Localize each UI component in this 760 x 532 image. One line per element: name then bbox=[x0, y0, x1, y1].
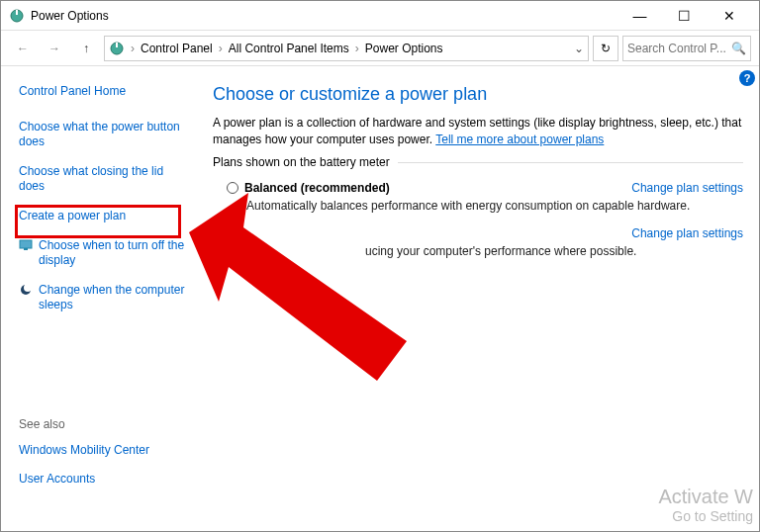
plan-description: ucing your computer's performance where … bbox=[365, 244, 743, 258]
breadcrumb-item[interactable]: All Control Panel Items bbox=[229, 42, 349, 55]
help-button[interactable]: ? bbox=[739, 70, 755, 86]
power-plan-second: Change plan settings ucing your computer… bbox=[227, 226, 743, 258]
page-description: A power plan is a collection of hardware… bbox=[213, 115, 743, 148]
content-area: ? Choose or customize a power plan A pow… bbox=[197, 66, 759, 531]
sidebar-item-label: Choose when to turn off the display bbox=[39, 238, 187, 269]
window-title: Power Options bbox=[31, 9, 618, 23]
refresh-button[interactable]: ↻ bbox=[593, 36, 618, 61]
radio-balanced[interactable] bbox=[227, 182, 238, 194]
svg-point-7 bbox=[24, 284, 32, 292]
page-heading: Choose or customize a power plan bbox=[213, 84, 743, 105]
plans-shown-label: Plans shown on the battery meter bbox=[213, 155, 398, 169]
sidebar-link-power-button[interactable]: Choose what the power button does bbox=[19, 120, 187, 150]
forward-button[interactable]: → bbox=[41, 35, 68, 62]
sidebar-link-create-plan[interactable]: Create a power plan bbox=[19, 209, 187, 224]
change-plan-settings-link[interactable]: Change plan settings bbox=[631, 181, 743, 195]
sidebar-link-computer-sleeps[interactable]: Change when the computer sleeps bbox=[19, 283, 187, 313]
plan-description: Automatically balances performance with … bbox=[246, 199, 743, 213]
sidebar: Control Panel Home Choose what the power… bbox=[1, 66, 197, 531]
control-panel-home-link[interactable]: Control Panel Home bbox=[19, 84, 187, 100]
svg-rect-5 bbox=[24, 248, 28, 250]
navbar: ← → ↑ › Control Panel › All Control Pane… bbox=[1, 31, 759, 66]
plan-name: Balanced (recommended) bbox=[244, 181, 390, 195]
seealso-mobility-center[interactable]: Windows Mobility Center bbox=[19, 443, 187, 459]
breadcrumb-item[interactable]: Control Panel bbox=[141, 42, 213, 55]
breadcrumb-item[interactable]: Power Options bbox=[365, 42, 443, 55]
activation-watermark: Activate W Go to Setting bbox=[658, 485, 753, 525]
search-icon: 🔍 bbox=[731, 42, 746, 55]
dropdown-icon[interactable]: ⌄ bbox=[574, 42, 584, 55]
back-button[interactable]: ← bbox=[9, 35, 37, 62]
titlebar: Power Options — ☐ ✕ bbox=[1, 1, 759, 31]
power-plan-balanced: Balanced (recommended) Change plan setti… bbox=[227, 181, 743, 213]
learn-more-link[interactable]: Tell me more about power plans bbox=[435, 133, 604, 146]
address-bar[interactable]: › Control Panel › All Control Panel Item… bbox=[104, 36, 589, 61]
svg-rect-3 bbox=[116, 43, 118, 47]
svg-rect-4 bbox=[20, 240, 32, 248]
search-input[interactable] bbox=[627, 42, 729, 55]
monitor-icon bbox=[19, 238, 33, 252]
seealso-user-accounts[interactable]: User Accounts bbox=[19, 472, 187, 488]
close-button[interactable]: ✕ bbox=[707, 2, 751, 30]
power-icon bbox=[109, 41, 125, 56]
see-also-label: See also bbox=[19, 417, 187, 431]
maximize-button[interactable]: ☐ bbox=[662, 2, 707, 30]
search-box[interactable]: 🔍 bbox=[622, 36, 751, 61]
power-icon bbox=[9, 8, 25, 24]
sidebar-link-closing-lid[interactable]: Choose what closing the lid does bbox=[19, 164, 187, 195]
change-plan-settings-link[interactable]: Change plan settings bbox=[631, 226, 743, 240]
moon-icon bbox=[19, 283, 33, 297]
minimize-button[interactable]: — bbox=[618, 2, 662, 30]
sidebar-item-label: Change when the computer sleeps bbox=[39, 283, 187, 313]
sidebar-link-turn-off-display[interactable]: Choose when to turn off the display bbox=[19, 238, 187, 269]
svg-rect-1 bbox=[16, 10, 18, 15]
up-button[interactable]: ↑ bbox=[72, 35, 100, 62]
